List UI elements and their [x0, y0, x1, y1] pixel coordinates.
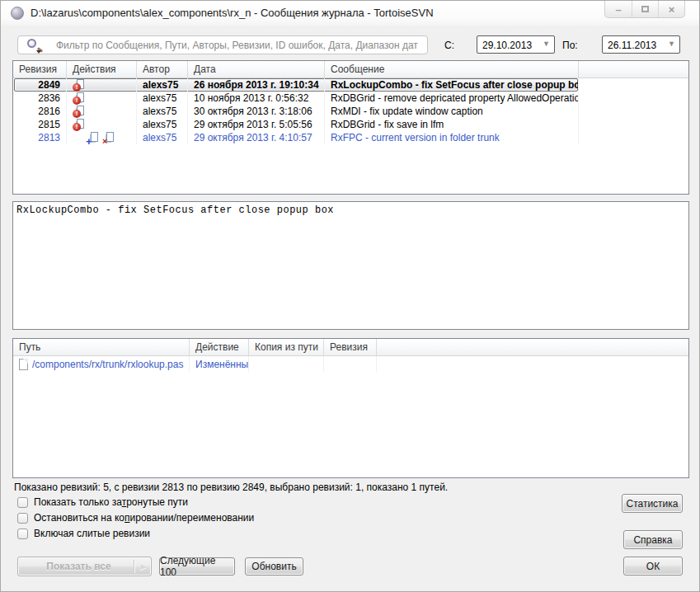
search-options-dropdown-icon[interactable]: [36, 50, 41, 54]
author-cell: alexs75: [137, 118, 188, 131]
date-from-label: С:: [444, 40, 454, 51]
added-icon: +: [87, 132, 99, 144]
revision-cell: 2813: [13, 131, 67, 144]
checkbox-label: Включая слитые ревизии: [34, 528, 150, 539]
column-header-author[interactable]: Автор: [137, 61, 188, 78]
maximize-icon: [641, 6, 649, 12]
table-row[interactable]: 2849 ! alexs75 26 ноября 2013 г. 19:10:3…: [13, 78, 688, 92]
list-empty-area: [13, 144, 688, 194]
window-title: D:\lazarus\components\alex_components\rx…: [31, 7, 434, 19]
revisions-list-header: Ревизия Действия Автор Дата Сообщение: [13, 61, 688, 78]
table-row[interactable]: 2815 ! alexs75 29 октября 2013 г. 5:05:5…: [13, 118, 688, 131]
minimize-button[interactable]: –: [605, 1, 632, 17]
statistics-button[interactable]: Статистика: [622, 494, 683, 513]
split-button-arrow-icon: ▶: [141, 563, 146, 571]
author-cell: alexs75: [137, 78, 188, 92]
modified-icon: !: [73, 106, 85, 118]
date-to-value: 26.11.2013: [608, 40, 656, 51]
date-to-label: По:: [562, 40, 578, 51]
checkbox-icon[interactable]: [17, 513, 28, 524]
date-cell: 10 ноября 2013 г. 0:56:32: [188, 92, 325, 105]
column-header-message[interactable]: Сообщение: [325, 61, 579, 78]
message-cell: RxFPC - current version in folder trunk: [325, 131, 579, 144]
log-message-text: RxLockupCombo - fix SetFocus after close…: [16, 204, 334, 216]
column-header-revision[interactable]: Ревизия: [13, 61, 67, 78]
author-cell: alexs75: [137, 131, 188, 144]
date-from-picker[interactable]: 29.10.2013 ▼: [477, 35, 555, 54]
actions-cell: !: [67, 78, 137, 92]
message-cell: RxLockupCombo - fix SetFocus after close…: [325, 78, 579, 92]
author-cell: alexs75: [137, 105, 188, 118]
checkbox-stop-on-copy-rename[interactable]: Остановиться на копировании/переименован…: [17, 512, 254, 524]
paths-list: Путь Действие Копия из пути Ревизия /com…: [12, 338, 689, 478]
date-cell: 29 октября 2013 г. 4:10:57: [188, 131, 325, 144]
date-from-value: 29.10.2013: [482, 40, 532, 51]
list-empty-area: [13, 372, 688, 477]
message-cell: RxDBGrid - fix save in lfm: [325, 118, 579, 131]
log-messages-window: D:\lazarus\components\alex_components\rx…: [0, 0, 700, 592]
column-header-revision[interactable]: Ревизия: [324, 339, 377, 355]
log-message-panel[interactable]: RxLockupCombo - fix SetFocus after close…: [12, 201, 689, 330]
checkbox-icon[interactable]: [17, 529, 28, 539]
modified-icon: !: [73, 119, 85, 131]
show-all-button: Показать все ▶: [17, 557, 152, 576]
table-row[interactable]: /components/rx/trunk/rxlookup.pas Изменё…: [13, 356, 688, 372]
chevron-down-icon[interactable]: ▼: [668, 40, 675, 48]
message-cell: RxDBGrid - remove depricated property Al…: [325, 92, 579, 105]
date-to-picker[interactable]: 26.11.2013 ▼: [602, 35, 680, 54]
column-header-copy-from[interactable]: Копия из пути: [249, 339, 324, 355]
actions-cell: !: [67, 105, 137, 118]
file-icon: [19, 359, 28, 370]
filter-search-box[interactable]: [17, 35, 428, 54]
path-cell: /components/rx/trunk/rxlookup.pas: [13, 356, 190, 372]
title-bar[interactable]: D:\lazarus\components\alex_components\rx…: [1, 1, 699, 26]
column-header-blank: [579, 61, 688, 78]
date-cell: 29 октября 2013 г. 5:05:56: [188, 118, 325, 131]
actions-cell: + ×: [67, 131, 137, 144]
next-100-button[interactable]: Следующие 100: [159, 557, 235, 576]
help-button[interactable]: Справка: [623, 530, 683, 549]
column-header-path[interactable]: Путь: [13, 339, 190, 355]
revision-cell: 2836: [13, 92, 67, 105]
modified-icon: !: [73, 92, 85, 105]
checkbox-show-affected-paths[interactable]: Показать только затронутые пути: [17, 496, 188, 508]
message-cell: RxMDI - fix update window caption: [325, 105, 579, 118]
table-row[interactable]: 2836 ! alexs75 10 ноября 2013 г. 0:56:32…: [13, 92, 688, 105]
checkbox-include-merged-revisions[interactable]: Включая слитые ревизии: [17, 528, 150, 539]
ok-button[interactable]: ОК: [623, 557, 683, 576]
checkbox-label: Остановиться на копировании/переименован…: [34, 512, 254, 524]
actions-cell: !: [67, 118, 137, 131]
author-cell: alexs75: [137, 92, 188, 105]
paths-list-header: Путь Действие Копия из пути Ревизия: [13, 339, 688, 356]
actions-cell: !: [67, 92, 137, 105]
chevron-down-icon[interactable]: ▼: [543, 40, 550, 48]
split-button-divider: [134, 560, 134, 573]
search-icon[interactable]: [27, 39, 36, 48]
window-controls: – ×: [604, 1, 685, 18]
date-cell: 26 ноября 2013 г. 19:10:34: [188, 78, 325, 92]
table-row[interactable]: 2816 ! alexs75 30 октября 2013 г. 3:18:0…: [13, 105, 688, 118]
show-all-label: Показать все: [46, 561, 110, 572]
modified-icon: !: [73, 79, 85, 92]
tortoisesvn-app-icon: [11, 7, 24, 20]
revision-cell: 2816: [13, 105, 67, 118]
table-row[interactable]: 2813 + × alexs75 29 октября 2013 г. 4:10…: [13, 131, 688, 144]
maximize-button[interactable]: [632, 1, 658, 17]
close-button[interactable]: ×: [658, 1, 684, 17]
checkbox-icon[interactable]: [17, 497, 28, 508]
column-header-actions[interactable]: Действия: [67, 61, 137, 78]
revision-cell: 2815: [13, 118, 67, 131]
copy-from-cell: [249, 356, 324, 372]
column-header-date[interactable]: Дата: [188, 61, 325, 78]
revision-cell: 2849: [13, 78, 67, 92]
path-text: /components/rx/trunk/rxlookup.pas: [32, 359, 183, 370]
checkbox-label: Показать только затронутые пути: [34, 496, 188, 508]
column-header-action[interactable]: Действие: [190, 339, 249, 355]
filter-input[interactable]: [56, 36, 419, 54]
revision-cell: [324, 356, 377, 372]
column-header-blank: [377, 339, 688, 355]
action-cell: Изменённые: [190, 356, 249, 372]
refresh-button[interactable]: Обновить: [245, 557, 303, 576]
date-cell: 30 октября 2013 г. 3:18:06: [188, 105, 325, 118]
status-text: Показано ревизий: 5, с ревизии 2813 по р…: [14, 482, 448, 493]
